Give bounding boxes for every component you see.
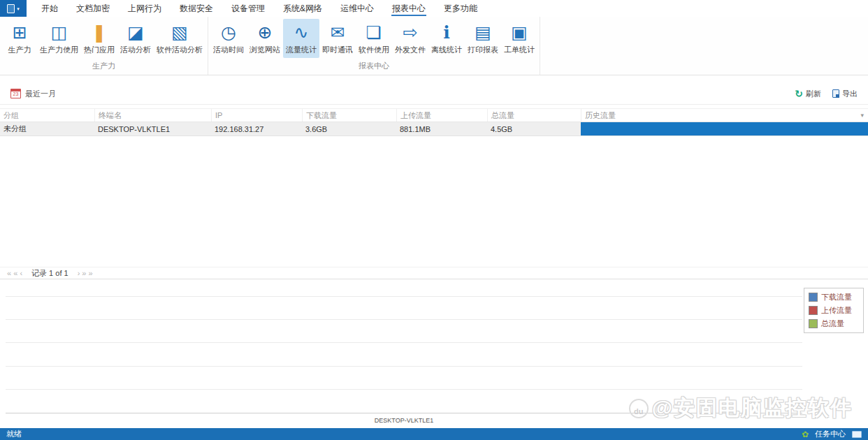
ribbon-item[interactable]: ⊕浏览网站 xyxy=(247,19,283,58)
ribbon-item[interactable]: ✉即时通讯 xyxy=(319,19,356,58)
window-chart-icon: ▧ xyxy=(171,21,188,45)
hot-apps-bars-icon: ❚ xyxy=(92,21,107,45)
column-header[interactable]: 终端名 xyxy=(94,109,211,122)
calendar-icon: 23 xyxy=(10,89,21,98)
ribbon-item[interactable]: ▤打印报表 xyxy=(465,19,501,58)
table-cell: DESKTOP-VLKTLE1 xyxy=(94,122,211,135)
ribbon-group: ⊞生产力◫生产力使用❚热门应用◪活动分析▧软件活动分析生产力 xyxy=(0,17,208,75)
traffic-table: 分组终端名IP下载流量上传流量总流量历史流量▾ 未分组DESKTOP-VLKTL… xyxy=(0,108,868,136)
productivity-grid-icon: ⊞ xyxy=(13,21,27,45)
ribbon-group-items: ◷活动时间⊕浏览网站∿流量统计✉即时通讯❏软件使用⇨外发文件ℹ离线统计▤打印报表… xyxy=(210,17,537,60)
menu-tab[interactable]: 开始 xyxy=(32,0,67,17)
chart-gridline xyxy=(6,319,802,320)
status-bar: 就绪 ✿ 任务中心 xyxy=(0,428,868,440)
traffic-bar-chart: DESKTOP-VLKTLE1 下载流量上传流量总流量 du @安固电脑监控软件 xyxy=(0,279,868,428)
first-page-icon[interactable]: « xyxy=(7,269,11,277)
menu-tab[interactable]: 上网行为 xyxy=(119,0,171,17)
menu-bar: ▾ 开始文档加密上网行为数据安全设备管理系统&网络运维中心报表中心更多功能 xyxy=(0,0,868,17)
app-menu-button[interactable]: ▾ xyxy=(0,0,27,17)
column-menu-chevron-icon[interactable]: ▾ xyxy=(860,112,864,119)
ribbon-item-label: 生产力 xyxy=(8,45,31,55)
menu-tab[interactable]: 数据安全 xyxy=(171,0,222,17)
history-traffic-cell xyxy=(581,122,868,135)
ribbon-item[interactable]: ▧软件活动分析 xyxy=(154,19,205,58)
ribbon-item[interactable]: ❏软件使用 xyxy=(356,19,392,58)
chart-gridline xyxy=(6,366,802,367)
menu-tab[interactable]: 系统&网络 xyxy=(274,0,331,17)
ribbon-item[interactable]: ◫生产力使用 xyxy=(37,19,81,58)
chart-x-axis-label: DESKTOP-VLKTLE1 xyxy=(375,417,433,424)
next-page-icon[interactable]: › xyxy=(78,269,80,277)
last-page-icon[interactable]: » xyxy=(89,269,93,277)
app-window-icon xyxy=(7,4,15,13)
status-bar-right: ✿ 任务中心 xyxy=(802,429,862,439)
doc-chart-icon: ◫ xyxy=(51,21,68,45)
next-group-icon[interactable]: » xyxy=(82,269,86,277)
ribbon-group-label: 生产力 xyxy=(2,60,205,75)
refresh-icon: ↻ xyxy=(795,89,803,98)
printer-icon: ▤ xyxy=(475,21,491,45)
prev-page-icon[interactable]: ‹ xyxy=(20,269,22,277)
ribbon-item[interactable]: ⊞生产力 xyxy=(2,19,37,58)
chart-plot-area xyxy=(6,297,802,413)
table-header: 分组终端名IP下载流量上传流量总流量历史流量▾ xyxy=(0,108,868,122)
ribbon-item-label: 工单统计 xyxy=(504,45,535,55)
legend-swatch xyxy=(809,293,818,302)
task-center-button[interactable]: 任务中心 xyxy=(815,429,846,439)
plant-icon: ✿ xyxy=(802,430,809,439)
legend-label: 下载流量 xyxy=(821,292,852,302)
ribbon-item[interactable]: ℹ离线统计 xyxy=(428,19,465,58)
ribbon-item[interactable]: ❚热门应用 xyxy=(81,19,117,58)
date-range-selector[interactable]: 23 最近一月 xyxy=(10,89,56,99)
column-header[interactable]: 历史流量 xyxy=(581,109,868,122)
column-header[interactable]: 下载流量 xyxy=(302,109,396,122)
ribbon-item[interactable]: ◪活动分析 xyxy=(117,19,154,58)
ribbon-item[interactable]: ⇨外发文件 xyxy=(392,19,428,58)
prev-group-icon[interactable]: « xyxy=(13,269,17,277)
legend-swatch xyxy=(809,306,818,315)
menu-tab[interactable]: 报表中心 xyxy=(383,0,435,17)
offline-stats-icon: ℹ xyxy=(443,21,450,45)
chart-plot-wrap: DESKTOP-VLKTLE1 xyxy=(6,297,802,428)
table-cell: 4.5GB xyxy=(487,122,581,135)
ribbon-item[interactable]: ◷活动时间 xyxy=(210,19,247,58)
export-file-icon xyxy=(832,89,839,98)
export-button[interactable]: 导出 xyxy=(832,89,858,99)
menu-tab[interactable]: 设备管理 xyxy=(222,0,274,17)
toolbar-actions: ↻ 刷新 导出 xyxy=(795,89,858,99)
table-cell: 未分组 xyxy=(0,122,94,135)
ribbon-item-label: 活动时间 xyxy=(213,45,244,55)
table-row[interactable]: 未分组DESKTOP-VLKTLE1192.168.31.273.6GB881.… xyxy=(0,122,868,136)
work-order-clipboard-icon: ▣ xyxy=(511,21,528,45)
chat-icon: ✉ xyxy=(331,21,345,45)
chart-gridline xyxy=(6,342,802,343)
column-header[interactable]: 上传流量 xyxy=(396,109,487,122)
ribbon-item-label: 软件活动分析 xyxy=(157,45,203,55)
pagination-bar: « « ‹ 记录 1 of 1 › » » xyxy=(0,267,868,279)
ribbon-item[interactable]: ▣工单统计 xyxy=(501,19,537,58)
ribbon-item-label: 即时通讯 xyxy=(322,45,353,55)
record-count-label: 记录 1 of 1 xyxy=(31,268,68,279)
column-header[interactable]: IP xyxy=(211,109,302,122)
menu-tab[interactable]: 文档加密 xyxy=(67,0,119,17)
column-header[interactable]: 总流量 xyxy=(487,109,581,122)
legend-swatch xyxy=(809,319,818,328)
history-traffic-bar xyxy=(581,122,868,135)
ribbon-item[interactable]: ∿流量统计 xyxy=(283,19,319,58)
chart-legend: 下载流量上传流量总流量 xyxy=(804,288,864,333)
pagination-left-arrows: « « ‹ xyxy=(7,269,22,277)
legend-item: 下载流量 xyxy=(809,292,859,302)
ribbon-item-label: 流量统计 xyxy=(286,45,317,55)
menu-tab[interactable]: 更多功能 xyxy=(435,0,486,17)
date-range-label: 最近一月 xyxy=(25,89,56,99)
column-header[interactable]: 分组 xyxy=(0,109,94,122)
outgoing-file-icon: ⇨ xyxy=(403,21,418,45)
legend-label: 上传流量 xyxy=(821,305,852,316)
monitor-icon[interactable] xyxy=(852,431,862,438)
refresh-button[interactable]: ↻ 刷新 xyxy=(795,89,821,99)
ribbon-group-items: ⊞生产力◫生产力使用❚热门应用◪活动分析▧软件活动分析 xyxy=(2,17,205,60)
table-cell: 881.1MB xyxy=(396,122,487,135)
globe-icon: ⊕ xyxy=(258,21,273,45)
menu-tab[interactable]: 运维中心 xyxy=(331,0,383,17)
chart-gridline xyxy=(6,296,802,297)
